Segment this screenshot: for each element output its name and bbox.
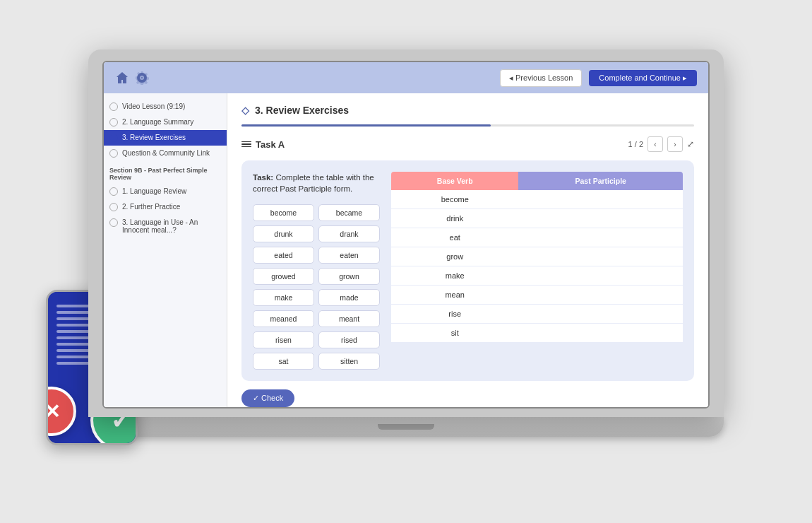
table-row: become — [391, 190, 683, 209]
sidebar-item-further-practice[interactable]: 2. Further Practice — [104, 199, 227, 215]
table-row: mean — [391, 286, 683, 305]
word-button-sitten[interactable]: sitten — [318, 353, 380, 370]
past-participle-grow[interactable] — [518, 247, 683, 266]
word-button-eaten[interactable]: eaten — [318, 247, 380, 264]
table-row: drink — [391, 209, 683, 228]
check-button[interactable]: ✓ Check — [241, 389, 294, 407]
top-bar-left — [115, 71, 149, 85]
task-prev-button[interactable]: ‹ — [647, 136, 663, 152]
code-icon: ◇ — [241, 105, 249, 116]
base-verb-drink: drink — [391, 209, 518, 228]
table-row: sit — [391, 324, 683, 343]
progress-bar-fill — [241, 124, 491, 127]
sidebar-section-title: Section 9B - Past Perfect Simple Review — [104, 161, 227, 184]
sidebar-circle — [109, 187, 118, 196]
sidebar: Video Lesson (9:19) 2. Language Summary … — [104, 93, 227, 407]
sidebar-circle — [109, 118, 118, 127]
base-verb-become: become — [391, 190, 518, 209]
table-header-base: Base Verb — [391, 172, 518, 190]
task-bold: Task: — [253, 173, 273, 182]
exercise-card: Task: Complete the table with the correc… — [241, 160, 694, 381]
sidebar-circle-active — [109, 134, 118, 142]
page-title-text: 3. Review Exercises — [255, 105, 349, 116]
task-header: Task A 1 / 2 ‹ › ⤢ — [241, 136, 694, 152]
task-instructions: Task: Complete the table with the correc… — [253, 172, 380, 370]
top-bar-right: ◂ Previous Lesson Complete and Continue … — [500, 69, 697, 87]
base-verb-sit: sit — [391, 324, 518, 343]
progress-bar-container — [241, 124, 694, 127]
sidebar-item-lang-review[interactable]: 1. Language Review — [104, 184, 227, 199]
top-bar: ◂ Previous Lesson Complete and Continue … — [104, 62, 708, 93]
word-button-made[interactable]: made — [318, 289, 380, 306]
laptop-body: ◂ Previous Lesson Complete and Continue … — [88, 49, 724, 417]
past-participle-eat[interactable] — [518, 228, 683, 247]
word-button-drunk[interactable]: drunk — [253, 225, 314, 242]
content-area: ◇ 3. Review Exercises — [227, 93, 708, 407]
table-row: grow — [391, 247, 683, 266]
sidebar-item-lang-use[interactable]: 3. Language in Use - An Innocent meal...… — [104, 215, 227, 237]
sidebar-item-label: 2. Further Practice — [122, 203, 180, 211]
task-instruction-text: Task: Complete the table with the correc… — [253, 172, 380, 194]
laptop-notch — [378, 424, 434, 430]
table-row: eat — [391, 228, 683, 247]
menu-line — [241, 146, 251, 148]
sidebar-circle — [109, 102, 118, 111]
table-container: Base Verb Past Participle become — [391, 172, 683, 370]
past-participle-drink[interactable] — [518, 209, 683, 228]
sidebar-item-label: Video Lesson (9:19) — [122, 102, 185, 110]
word-button-meaned[interactable]: meaned — [253, 310, 314, 327]
past-participle-become[interactable] — [518, 190, 683, 209]
sidebar-circle — [109, 149, 118, 158]
sidebar-item-community[interactable]: Question & Community Link — [104, 146, 227, 161]
table-row: make — [391, 266, 683, 286]
sidebar-item-label: 3. Language in Use - An Innocent meal...… — [122, 218, 221, 234]
menu-icon — [241, 141, 251, 148]
sidebar-item-label: 3. Review Exercises — [122, 134, 186, 141]
word-button-sat[interactable]: sat — [253, 353, 314, 370]
past-participle-sit[interactable] — [518, 324, 683, 343]
base-verb-mean: mean — [391, 286, 518, 305]
word-button-become[interactable]: become — [253, 204, 314, 221]
task-nav: 1 / 2 ‹ › ⤢ — [628, 136, 694, 152]
sidebar-circle — [109, 203, 118, 211]
past-participle-mean[interactable] — [518, 286, 683, 305]
word-button-grown[interactable]: grown — [318, 268, 380, 285]
sidebar-item-language-summary[interactable]: 2. Language Summary — [104, 114, 227, 130]
word-button-meant[interactable]: meant — [318, 310, 380, 327]
prev-lesson-button[interactable]: ◂ Previous Lesson — [500, 69, 582, 87]
word-button-eated[interactable]: eated — [253, 247, 314, 264]
word-grid: become became drunk drank eated eaten gr… — [253, 204, 380, 370]
task-label: Task A — [256, 139, 285, 150]
verb-table: Base Verb Past Participle become — [391, 172, 683, 342]
table-header-participle: Past Participle — [518, 172, 683, 190]
sidebar-item-review-exercises[interactable]: 3. Review Exercises — [104, 130, 227, 146]
task-next-button[interactable]: › — [667, 136, 683, 152]
task-title: Task A — [241, 139, 285, 150]
main-layout: Video Lesson (9:19) 2. Language Summary … — [104, 93, 708, 407]
past-participle-make[interactable] — [518, 266, 683, 286]
word-button-drank[interactable]: drank — [318, 225, 380, 242]
expand-button[interactable]: ⤢ — [687, 139, 694, 149]
sidebar-item-label: Question & Community Link — [122, 149, 210, 157]
complete-continue-button[interactable]: Complete and Continue ▸ — [589, 70, 697, 86]
past-participle-rise[interactable] — [518, 305, 683, 324]
laptop-screen: ◂ Previous Lesson Complete and Continue … — [102, 61, 710, 409]
task-pagination: 1 / 2 — [628, 140, 643, 148]
settings-icon[interactable] — [135, 71, 149, 85]
menu-line — [241, 141, 251, 143]
word-button-became[interactable]: became — [318, 204, 380, 221]
sidebar-circle — [109, 218, 118, 227]
home-icon[interactable] — [115, 71, 129, 85]
menu-line — [241, 143, 251, 145]
page-title: ◇ 3. Review Exercises — [241, 105, 694, 116]
word-button-risen[interactable]: risen — [253, 331, 314, 348]
word-button-growed[interactable]: growed — [253, 268, 314, 285]
sidebar-item-video[interactable]: Video Lesson (9:19) — [104, 99, 227, 114]
word-button-make[interactable]: make — [253, 289, 314, 306]
table-row: rise — [391, 305, 683, 324]
word-button-rised[interactable]: rised — [318, 331, 380, 348]
base-verb-grow: grow — [391, 247, 518, 266]
laptop-wrapper: ✕ ✓ ◂ Previous Lesson Complete an — [88, 49, 724, 474]
sidebar-item-label: 2. Language Summary — [122, 118, 193, 126]
sidebar-item-label: 1. Language Review — [122, 187, 186, 195]
